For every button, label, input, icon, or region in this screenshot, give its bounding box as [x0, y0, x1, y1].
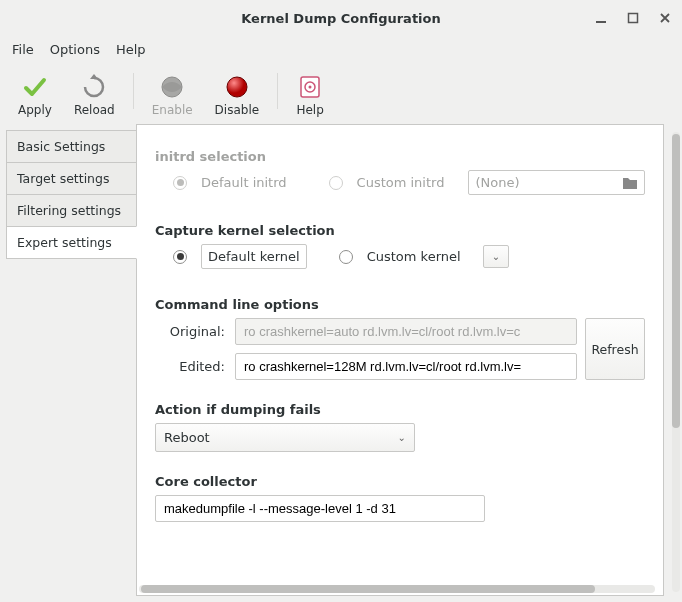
menu-file[interactable]: File [12, 42, 34, 57]
reload-button[interactable]: Reload [66, 65, 123, 117]
refresh-label: Refresh [591, 342, 638, 357]
cmdline-heading: Command line options [155, 297, 645, 312]
svg-rect-0 [596, 21, 606, 23]
svg-point-8 [309, 86, 312, 89]
menu-help[interactable]: Help [116, 42, 146, 57]
close-button[interactable] [656, 9, 674, 27]
collector-heading: Core collector [155, 474, 645, 489]
capture-dropdown-button[interactable]: ⌄ [483, 245, 509, 268]
help-label: Help [296, 103, 323, 117]
action-select[interactable]: Reboot ⌄ [155, 423, 415, 452]
disable-button[interactable]: Disable [207, 65, 268, 117]
help-icon [296, 73, 324, 101]
maximize-button[interactable] [624, 9, 642, 27]
scrollbar-thumb[interactable] [672, 134, 680, 428]
initrd-file-value: (None) [475, 175, 519, 190]
scrollbar-thumb[interactable] [141, 585, 595, 593]
apply-button[interactable]: Apply [10, 65, 60, 117]
capture-custom-label: Custom kernel [367, 249, 461, 264]
action-value: Reboot [164, 430, 210, 445]
cmdline-original-label: Original: [155, 324, 225, 339]
menu-options[interactable]: Options [50, 42, 100, 57]
folder-icon [622, 176, 638, 190]
reload-icon [80, 73, 108, 101]
capture-heading: Capture kernel selection [155, 223, 645, 238]
vertical-scrollbar[interactable] [672, 132, 680, 592]
initrd-file-chooser: (None) [468, 170, 645, 195]
reload-label: Reload [74, 103, 115, 117]
svg-rect-1 [629, 14, 638, 23]
menubar: File Options Help [0, 36, 682, 62]
initrd-custom-radio [329, 176, 343, 190]
initrd-heading: initrd selection [155, 149, 645, 164]
initrd-default-radio [173, 176, 187, 190]
action-heading: Action if dumping fails [155, 402, 645, 417]
chevron-down-icon: ⌄ [398, 432, 406, 443]
cmdline-edited-label: Edited: [155, 359, 225, 374]
capture-default-radio[interactable] [173, 250, 187, 264]
side-tabs: Basic Settings Target settings Filtering… [6, 124, 136, 596]
cmdline-edited-field[interactable] [235, 353, 577, 380]
tab-basic-settings[interactable]: Basic Settings [6, 130, 136, 163]
enable-button: Enable [144, 65, 201, 117]
horizontal-scrollbar[interactable] [139, 585, 655, 593]
help-button[interactable]: Help [288, 65, 332, 117]
window-controls [592, 0, 674, 36]
enable-icon [158, 73, 186, 101]
tab-expert-settings[interactable]: Expert settings [6, 226, 137, 259]
cmdline-original-field [235, 318, 577, 345]
svg-rect-9 [623, 180, 637, 189]
minimize-button[interactable] [592, 9, 610, 27]
disable-icon [223, 73, 251, 101]
titlebar: Kernel Dump Configuration [0, 0, 682, 36]
enable-label: Enable [152, 103, 193, 117]
disable-label: Disable [215, 103, 260, 117]
tab-filtering-settings[interactable]: Filtering settings [6, 194, 136, 227]
collector-field[interactable] [155, 495, 485, 522]
expert-settings-panel: initrd selection Default initrd Custom i… [136, 124, 664, 596]
tab-target-settings[interactable]: Target settings [6, 162, 136, 195]
window-title: Kernel Dump Configuration [241, 11, 441, 26]
capture-default-label: Default kernel [201, 244, 307, 269]
chevron-down-icon: ⌄ [492, 251, 500, 262]
initrd-default-label: Default initrd [201, 175, 287, 190]
toolbar: Apply Reload Enable Disable Help [0, 62, 682, 120]
refresh-button[interactable]: Refresh [585, 318, 645, 380]
toolbar-separator [133, 73, 134, 109]
toolbar-separator [277, 73, 278, 109]
initrd-row: Default initrd Custom initrd (None) [155, 170, 645, 195]
content-area: Basic Settings Target settings Filtering… [0, 120, 682, 602]
checkmark-icon [21, 73, 49, 101]
capture-row: Default kernel Custom kernel ⌄ [155, 244, 645, 269]
initrd-custom-label: Custom initrd [357, 175, 445, 190]
capture-custom-radio[interactable] [339, 250, 353, 264]
apply-label: Apply [18, 103, 52, 117]
